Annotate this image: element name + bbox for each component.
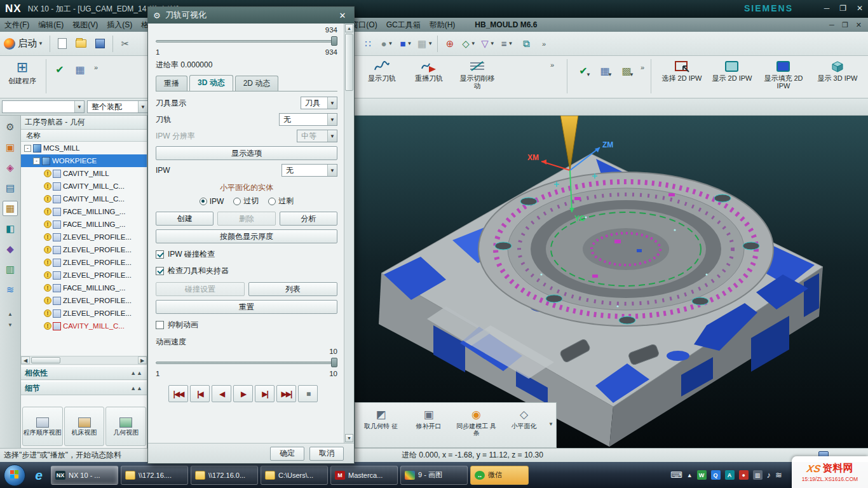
tray-icon-teal[interactable]: A <box>725 470 735 480</box>
details-section[interactable]: 细节 ▲▲ <box>21 381 147 395</box>
dialog-scrollbar[interactable]: ▲ ▼ <box>344 24 354 443</box>
checkbox-icon[interactable] <box>156 267 164 275</box>
taskbar-item-paint[interactable]: 9 - 画图 <box>400 466 468 485</box>
step-forward-single-button[interactable]: ▶| <box>255 385 275 402</box>
tree-row-operation[interactable]: !CAVITY_MILL <box>21 167 147 180</box>
constraint-navigator-icon[interactable]: ◈ <box>3 160 18 175</box>
analyze-button[interactable]: 分析 <box>280 212 337 226</box>
show-filled-2d-ipw-button[interactable]: 显示填充 2D IPW <box>757 56 810 94</box>
collision-settings-button[interactable]: 碰撞设置 <box>156 282 245 296</box>
orient-view-button[interactable]: ■▼ <box>397 35 415 53</box>
tab-3d-dynamic[interactable]: 3D 动态 <box>189 75 233 91</box>
dialog-close-icon[interactable]: ✕ <box>336 11 349 20</box>
collapse-icon[interactable]: - <box>24 145 31 152</box>
tree-row-operation[interactable]: !FACE_MILLING_... <box>21 281 147 294</box>
menu-gc-toolbox[interactable]: GC工具箱 <box>382 20 425 30</box>
mdi-close-icon[interactable]: ✕ <box>856 21 862 29</box>
tray-icon-green[interactable]: W <box>697 470 707 480</box>
collapse-icon[interactable]: - <box>33 158 40 165</box>
ribbon-overflow-icon[interactable]: » <box>641 64 644 71</box>
menu-file[interactable]: 文件(F) <box>0 20 34 30</box>
constraints-button[interactable]: ▽▼ <box>479 35 497 53</box>
facet-body-button[interactable]: ◇ 小平面化 <box>501 405 547 444</box>
radio-excess[interactable]: 过剩 <box>268 196 294 207</box>
play-backward-button[interactable]: ◀ <box>212 385 231 402</box>
play-forward-button[interactable]: ▶ <box>233 385 253 402</box>
network-icon[interactable]: ≋ <box>775 470 782 480</box>
mdi-restore-icon[interactable]: ❐ <box>842 21 848 29</box>
tab-2d-dynamic[interactable]: 2D 动态 <box>235 76 279 91</box>
taskbar-item-nx[interactable]: NX NX 10 - ... <box>51 466 118 485</box>
ipw-combo[interactable]: 无 ▼ <box>281 164 337 177</box>
hd3d-tools-icon[interactable]: ▥ <box>3 262 18 277</box>
synchronous-modeling-button[interactable]: ◉ 同步建模工 具条 <box>453 405 499 444</box>
name-column-header[interactable]: 名称 <box>21 130 147 142</box>
taskbar-item-share1[interactable]: \\172.16.... <box>121 466 188 485</box>
tree-row-operation[interactable]: !ZLEVEL_PROFILE... <box>21 256 147 269</box>
horizontal-scrollbar[interactable]: ◀ ▶ <box>21 356 147 365</box>
extract-geometry-button[interactable]: ◩ 取几何特 征 <box>358 405 404 444</box>
stop-button[interactable]: ■ <box>298 385 318 402</box>
cut-button[interactable]: ✂ <box>116 35 134 53</box>
program-order-view-button[interactable]: 程序顺序视图 <box>22 407 63 446</box>
taskbar-item-mastercam[interactable]: M Masterca... <box>330 466 398 485</box>
scroll-up-icon[interactable]: ▲ <box>345 24 353 32</box>
checkbox-icon[interactable] <box>156 250 164 259</box>
machining-objects-button[interactable]: ▦▼ <box>596 62 614 79</box>
taskbar-item-users[interactable]: C:\Users\... <box>261 466 328 485</box>
internet-explorer-icon[interactable]: e <box>28 466 50 485</box>
save-button[interactable] <box>92 35 109 53</box>
tray-icon-red[interactable]: ● <box>739 470 749 480</box>
go-to-end-button[interactable]: ▶▶| <box>276 385 296 402</box>
menu-insert[interactable]: 插入(S) <box>102 20 137 30</box>
cancel-button[interactable]: 取消 <box>309 447 344 461</box>
create-tool-button[interactable]: ✔ <box>51 61 69 78</box>
start-button[interactable] <box>4 464 25 486</box>
selection-scope-combo[interactable]: 整个装配 ▼ <box>87 100 148 113</box>
scrollbar-thumb[interactable] <box>31 357 60 363</box>
tree-row-operation[interactable]: !ZLEVEL_PROFILE... <box>21 294 147 307</box>
patch-openings-button[interactable]: ▣ 修补开口 <box>405 405 452 444</box>
step-back-single-button[interactable]: |◀ <box>190 385 210 402</box>
list-button[interactable]: 列表 <box>248 282 337 296</box>
tool-display-combo[interactable]: 刀具 ▼ <box>301 97 337 109</box>
select-2d-ipw-button[interactable]: 选择 2D IPW <box>657 56 707 94</box>
holder-check-row[interactable]: 检查刀具和夹持器 <box>156 266 337 276</box>
radio-ipw[interactable]: IPW <box>200 197 224 206</box>
snap-point-button[interactable]: ∷ <box>359 35 377 53</box>
create-button[interactable]: 创建 <box>156 212 214 226</box>
scroll-down-icon[interactable]: ▼ <box>345 434 353 442</box>
toolbar-overflow-icon[interactable]: » <box>542 40 546 48</box>
thickness-by-color-button[interactable]: 按颜色显示厚度 <box>156 229 337 243</box>
delete-button[interactable]: 删除 <box>217 212 275 226</box>
reuse-library-icon[interactable]: ◆ <box>3 241 18 257</box>
show-hidden-icons[interactable]: ▲ <box>687 472 693 478</box>
suppress-animation-row[interactable]: 抑制动画 <box>156 320 337 330</box>
scroll-left-icon[interactable]: ◀ <box>21 356 30 364</box>
roles-gear-icon[interactable]: ⚙ <box>3 119 18 135</box>
measure-button[interactable]: ◇▼ <box>460 35 478 53</box>
tree-row-operation-active[interactable]: !CAVITY_MILL_C... <box>21 320 147 332</box>
scrollbar-thumb[interactable] <box>345 34 353 91</box>
toolpath-combo[interactable]: 无 ▼ <box>279 113 337 126</box>
ipw-collision-check-row[interactable]: IPW 碰撞检查 <box>156 249 337 260</box>
start-menu-button[interactable]: 启动 ▼ <box>1 35 46 53</box>
tray-icon-blue[interactable]: Q <box>711 470 721 480</box>
scroll-up-icon[interactable]: ▲ <box>8 311 13 317</box>
tab-replay[interactable]: 重播 <box>156 76 187 91</box>
taskbar-item-share2[interactable]: \\172.16.0... <box>191 466 258 485</box>
show-2d-ipw-button[interactable]: 显示 2D IPW <box>708 56 756 94</box>
web-browser-icon[interactable]: ≋ <box>3 282 18 297</box>
menu-edit[interactable]: 编辑(E) <box>34 20 68 30</box>
show-cut-moves-button[interactable]: 显示切削移 动 <box>454 56 501 94</box>
close-icon[interactable]: ✕ <box>857 4 863 13</box>
ribbon-overflow-icon[interactable]: » <box>94 64 98 71</box>
reset-button[interactable]: 重置 <box>156 300 337 314</box>
minimize-icon[interactable]: ─ <box>824 4 830 13</box>
go-to-start-button[interactable]: |◀◀ <box>168 385 188 402</box>
keyboard-icon[interactable]: ⌨ <box>670 470 682 480</box>
machine-tool-view-button[interactable]: 机床视图 <box>64 407 105 446</box>
part-navigator-icon[interactable]: ▤ <box>3 180 18 196</box>
layer-settings-button[interactable]: ≡▼ <box>498 35 516 53</box>
collapse-chevron-icon[interactable]: ▲▲ <box>130 370 143 376</box>
